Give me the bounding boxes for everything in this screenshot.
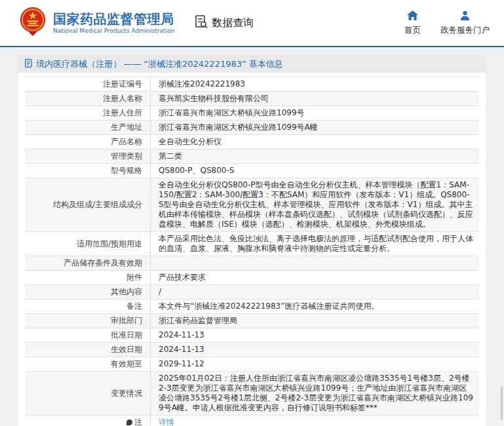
content-panel: 境内医疗器械（注册） —— “浙械注准20242221983” 基本信息 注册证… xyxy=(18,55,486,426)
nav-gov-portal-label: 政务服务门户 xyxy=(440,25,490,36)
table-row-production-address: 生产地址 浙江省嘉兴市南湖区大桥镇兴业路1099号A幢 xyxy=(25,121,479,135)
row-label: 型号规格 xyxy=(25,164,151,178)
row-label: 生效日期 xyxy=(25,343,151,357)
row-value: / xyxy=(151,285,479,299)
table-row-model-spec: 型号规格 QS800-P、QS800-S xyxy=(25,164,479,178)
row-value: 2025年01月02日：注册人住所由浙江省嘉兴市南湖区凌公塘路3535号1号楼3… xyxy=(151,372,479,415)
row-label: 注册证编号 xyxy=(25,77,151,91)
row-value: 第二类 xyxy=(151,149,479,163)
table-row-structure-composition: 结构及组成/主要组成成分 全自动生化分析仪QS800-P型号由全自动生化分析仪主… xyxy=(25,178,479,232)
row-value: 2029-11-12 xyxy=(151,357,479,371)
row-label: 注册人名称 xyxy=(25,92,151,106)
doc-magnifier-icon xyxy=(194,14,208,31)
row-label: 生产地址 xyxy=(25,121,151,134)
table-row-reg-cert-no: 注册证编号 浙械注准20242221983 xyxy=(25,77,479,92)
details-link[interactable]: 详情 xyxy=(159,417,174,426)
row-value: 2024-11-13 xyxy=(151,328,479,342)
nav-gov-portal[interactable]: 政务服务门户 xyxy=(440,10,490,36)
row-value: 本文件与“浙械注准20242221983”医疗器械注册证共同使用。 xyxy=(151,300,479,313)
row-label: 附件 xyxy=(25,271,151,284)
header-nav: 首页 政务服务门户 xyxy=(404,10,490,36)
table-row-attachment: 附件 产品技术要求 xyxy=(25,271,479,285)
table-row-remarks: 备注 本文件与“浙械注准20242221983”医疗器械注册证共同使用。 xyxy=(25,300,479,314)
table-row-note: 注 详情 xyxy=(25,416,479,426)
user-icon xyxy=(460,10,470,23)
row-label: 产品储存条件及有效期 xyxy=(25,256,151,270)
data-query-label: 数据查询 xyxy=(212,16,254,30)
org-name-cn: 国家药品监督管理局 xyxy=(53,11,174,27)
row-label: 适用范围/预期用途 xyxy=(25,232,151,256)
table-row-effective-date: 生效日期 2024-11-13 xyxy=(25,343,479,357)
row-value: 浙江省药品监督管理局 xyxy=(151,314,479,328)
row-value: 浙江省嘉兴市南湖区大桥镇兴业路1099号 xyxy=(151,106,479,120)
page-title: 境内医疗器械（注册） —— “浙械注准20242221983” 基本信息 xyxy=(36,58,283,70)
nav-home-label: 首页 xyxy=(404,25,421,36)
row-value: QS800-P、QS800-S xyxy=(151,164,479,178)
row-label: 产品名称 xyxy=(25,135,151,149)
table-row-approval-department: 审批部门 浙江省药品监督管理局 xyxy=(25,314,479,328)
header-accent-band xyxy=(0,47,504,52)
row-value: 2024-11-13 xyxy=(151,343,479,357)
table-row-change-info: 变更情况 2025年01月02日：注册人住所由浙江省嘉兴市南湖区凌公塘路3535… xyxy=(25,372,479,416)
table-row-product-name: 产品名称 全自动生化分析仪 xyxy=(25,135,479,149)
row-label: 有效期至 xyxy=(25,357,151,371)
table-row-management-category: 管理类别 第二类 xyxy=(25,149,479,164)
site-logo[interactable]: 国家药品监督管理局 National Medical Products Admi… xyxy=(18,6,174,40)
breadcrumb: 境内医疗器械（注册） —— “浙械注准20242221983” 基本信息 xyxy=(18,55,486,73)
row-label: 批准日期 xyxy=(25,328,151,342)
row-value: 嘉兴凯实生物科技股份有限公司 xyxy=(151,92,479,106)
home-icon xyxy=(407,10,418,23)
national-emblem-icon xyxy=(18,6,47,40)
table-row-intended-use: 适用范围/预期用途 本产品采用比色法、免疫比浊法、离子选择电极法的原理，与适配试… xyxy=(25,232,479,256)
row-label: 审批部门 xyxy=(25,314,151,328)
table-row-approval-date: 批准日期 2024-11-13 xyxy=(25,328,479,343)
row-value: 本产品采用比色法、免疫比浊法、离子选择电极法的原理，与适配试剂配合使用，用于人体… xyxy=(151,232,479,256)
site-header: 国家药品监督管理局 National Medical Products Admi… xyxy=(0,0,504,46)
scrollbar-thumb[interactable] xyxy=(501,387,503,419)
data-query-button[interactable]: 数据查询 xyxy=(194,14,254,31)
table-row-expiry-date: 有效期至 2029-11-12 xyxy=(25,357,479,372)
registration-info-table: 注册证编号 浙械注准20242221983 注册人名称 嘉兴凯实生物科技股份有限… xyxy=(25,77,479,426)
row-value: 全自动生化分析仪 xyxy=(151,135,479,149)
table-row-storage-validity: 产品储存条件及有效期 xyxy=(25,256,479,271)
row-label: 注册人住所 xyxy=(25,106,151,120)
row-value: 产品技术要求 xyxy=(151,271,479,284)
row-label: 变更情况 xyxy=(25,372,151,415)
nav-home[interactable]: 首页 xyxy=(404,10,421,36)
row-value: 全自动生化分析仪QS800-P型号由全自动生化分析仪主机、样本管理模块（配置1：… xyxy=(151,178,479,231)
row-label: 备注 xyxy=(25,300,151,313)
table-row-registrant-name: 注册人名称 嘉兴凯实生物科技股份有限公司 xyxy=(25,92,479,106)
row-label: 管理类别 xyxy=(25,149,151,163)
table-row-registrant-address: 注册人住所 浙江省嘉兴市南湖区大桥镇兴业路1099号 xyxy=(25,106,479,121)
note-icon xyxy=(126,419,132,425)
row-value: 浙江省嘉兴市南湖区大桥镇兴业路1099号A幢 xyxy=(151,121,479,134)
row-label: 结构及组成/主要组成成分 xyxy=(25,178,151,231)
row-value xyxy=(151,256,479,270)
row-label: 其他内容 xyxy=(25,285,151,299)
row-label: 注 xyxy=(134,417,142,426)
org-name-en: National Medical Products Administration xyxy=(53,27,174,35)
table-row-other-content: 其他内容 / xyxy=(25,285,479,300)
row-value: 浙械注准20242221983 xyxy=(151,77,479,91)
document-icon xyxy=(25,59,32,69)
